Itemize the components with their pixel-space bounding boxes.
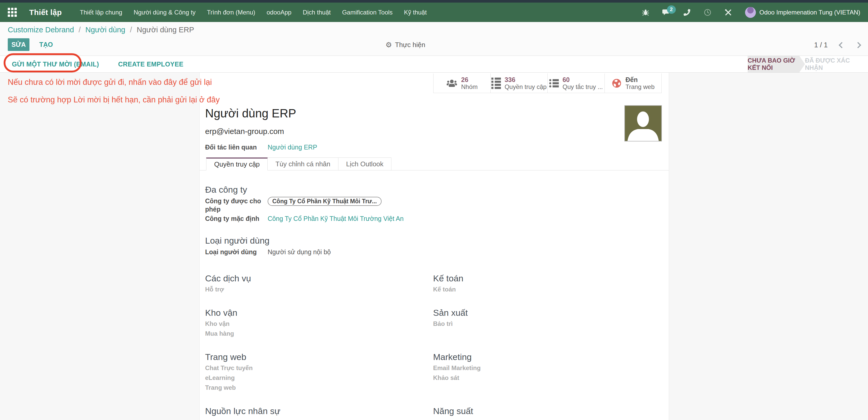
menu-gamification[interactable]: Gamification Tools xyxy=(342,9,393,16)
group-item: eLearning xyxy=(205,374,433,382)
navbar-menus: Thiết lập chung Người dùng & Công ty Trì… xyxy=(80,9,427,16)
edit-button[interactable]: SỬA xyxy=(8,38,29,51)
breadcrumb-customize-debrand[interactable]: Customize Debrand xyxy=(8,26,74,34)
breadcrumb-separator: / xyxy=(76,26,83,34)
menu-translation[interactable]: Dịch thuật xyxy=(303,9,331,16)
breadcrumb: Customize Debrand / Người dùng / Người d… xyxy=(8,26,194,34)
stat-button-groups[interactable]: 26 Nhóm xyxy=(433,74,490,93)
menu-general-settings[interactable]: Thiết lập chung xyxy=(80,9,122,16)
group-heading: Sản xuất xyxy=(433,308,661,318)
group-accounting: Kế toán Kế toán xyxy=(433,273,661,293)
pager-count: 1 / 1 xyxy=(814,41,828,49)
app-name[interactable]: Thiết lập xyxy=(29,8,62,17)
group-item: Bảo trì xyxy=(433,320,661,328)
annotation-line-1: Nếu chưa có lời mời được gửi đi, nhấn và… xyxy=(8,78,212,87)
group-item: Mua hàng xyxy=(205,330,433,337)
window-top-strip xyxy=(0,0,868,3)
annotation-line-2: Sẽ có trường hợp Lời mời bị hết hạn, cần… xyxy=(8,95,220,105)
bug-icon[interactable] xyxy=(642,8,649,16)
menu-technical[interactable]: Kỹ thuật xyxy=(404,9,427,16)
control-panel: Customize Debrand / Người dùng / Người d… xyxy=(0,22,868,56)
pager: 1 / 1 xyxy=(814,41,860,49)
notebook-tabs: Quyền truy cập Tùy chỉnh cá nhân Lịch Ou… xyxy=(200,158,669,170)
group-item: Kho vận xyxy=(205,320,433,328)
activities-clock-icon[interactable] xyxy=(704,8,711,16)
menu-menu[interactable]: Trình đơn (Menu) xyxy=(207,9,255,16)
stat-rules-value: 60 xyxy=(562,76,603,83)
group-item: Hỗ trợ xyxy=(205,285,433,293)
group-services: Các dịch vụ Hỗ trợ xyxy=(205,273,433,293)
breadcrumb-separator: / xyxy=(127,26,134,34)
user-menu[interactable]: Odoo Implemenation Tung (VIETAN) xyxy=(745,7,860,18)
globe-icon xyxy=(612,78,622,88)
group-inventory: Kho vận Kho vận Mua hàng xyxy=(205,308,433,337)
breadcrumb-current: Người dùng ERP xyxy=(137,26,194,34)
allowed-companies-field: Công ty được cho phép Công Ty Cổ Phần Kỹ… xyxy=(205,197,669,213)
action-menu-button[interactable]: ⚙ Thực hiện xyxy=(385,40,425,49)
stage-widget: CHƯA BAO GIỜ KẾT NỐI ĐÃ ĐƯỢC XÁC NHẬN xyxy=(748,56,865,73)
user-type-label: Loại người dùng xyxy=(205,248,268,256)
create-button[interactable]: TẠO xyxy=(39,41,53,48)
systray: 2 xyxy=(642,7,860,18)
user-type-value: Người sử dụng nội bộ xyxy=(268,248,331,256)
stage-never-connected[interactable]: CHƯA BAO GIỜ KẾT NỐI xyxy=(748,56,805,73)
tab-outlook-calendar[interactable]: Lịch Outlook xyxy=(338,158,392,170)
main-navbar: Thiết lập Thiết lập chung Người dùng & C… xyxy=(0,3,868,22)
group-website: Trang web Chat Trực tuyến eLearning Tran… xyxy=(205,352,433,392)
send-invitation-button[interactable]: GỬI MỘT THƯ MỜI (EMAIL) xyxy=(12,60,99,68)
stat-button-row: 26 Nhóm 336 Quyền truy cập xyxy=(433,74,661,93)
apps-grid-icon[interactable] xyxy=(8,8,17,17)
related-partner-label: Đối tác liên quan xyxy=(205,143,268,151)
messages-icon[interactable]: 2 xyxy=(662,8,670,16)
stage-confirmed[interactable]: ĐÃ ĐƯỢC XÁC NHẬN xyxy=(805,56,865,73)
user-type-field: Loại người dùng Người sử dụng nội bộ xyxy=(205,248,669,256)
breadcrumb-users[interactable]: Người dùng xyxy=(85,26,125,34)
access-groups-grid: Các dịch vụ Hỗ trợ Kế toán Kế toán Kho v… xyxy=(205,273,661,416)
stat-rules-label: Quy tắc truy ... xyxy=(562,83,603,90)
form-statusbar: GỬI MỘT THƯ MỜI (EMAIL) CREATE EMPLOYEE … xyxy=(0,56,868,73)
group-manufacturing: Sản xuất Bảo trì xyxy=(433,308,661,337)
group-productivity: Năng suất xyxy=(433,406,661,416)
record-email: erp@vietan-group.com xyxy=(205,127,669,136)
action-menu-label: Thực hiện xyxy=(395,41,425,49)
default-company-link[interactable]: Công Ty Cổ Phần Kỹ Thuật Môi Trường Việt… xyxy=(268,215,404,223)
group-human-resources: Nguồn lực nhân sự xyxy=(205,406,433,416)
group-item: Trang web xyxy=(205,384,433,392)
record-title: Người dùng ERP xyxy=(205,106,669,120)
multi-company-heading: Đa công ty xyxy=(205,185,669,195)
tab-access-rights[interactable]: Quyền truy cập xyxy=(206,158,268,170)
menu-users-companies[interactable]: Người dùng & Công ty xyxy=(133,9,195,16)
related-partner-field: Đối tác liên quan Người dùng ERP xyxy=(205,143,669,151)
stat-button-record-rules[interactable]: 60 Quy tắc truy ... xyxy=(548,74,604,93)
tab-preferences[interactable]: Tùy chỉnh cá nhân xyxy=(268,158,338,170)
menu-odooapp[interactable]: odooApp xyxy=(267,9,291,16)
stat-access-value: 336 xyxy=(504,76,547,83)
stat-website-label: Trang web xyxy=(625,83,655,90)
phone-icon[interactable] xyxy=(683,8,691,16)
list-icon xyxy=(491,78,501,89)
group-heading: Marketing xyxy=(433,352,661,362)
default-company-field: Công ty mặc định Công Ty Cổ Phần Kỹ Thuậ… xyxy=(205,215,669,223)
group-heading: Các dịch vụ xyxy=(205,273,433,283)
related-partner-link[interactable]: Người dùng ERP xyxy=(268,143,317,151)
user-type-heading: Loại người dùng xyxy=(205,235,669,246)
pager-previous-icon[interactable] xyxy=(839,42,845,48)
stat-button-access-rights[interactable]: 336 Quyền truy cập xyxy=(490,74,548,93)
group-heading: Kho vận xyxy=(205,308,433,318)
odoo-settings-user-page: Thiết lập Thiết lập chung Người dùng & C… xyxy=(0,0,868,420)
stat-groups-value: 26 xyxy=(461,76,478,83)
users-icon xyxy=(446,79,458,87)
messages-count-badge: 2 xyxy=(667,5,676,14)
stat-button-website[interactable]: Đến Trang web xyxy=(604,74,661,93)
create-employee-button[interactable]: CREATE EMPLOYEE xyxy=(118,60,183,68)
group-heading: Kế toán xyxy=(433,273,661,283)
default-company-label: Công ty mặc định xyxy=(205,215,268,223)
gear-icon: ⚙ xyxy=(385,40,392,49)
group-item: Chat Trực tuyến xyxy=(205,364,433,372)
tools-icon[interactable] xyxy=(724,8,732,16)
stat-groups-label: Nhóm xyxy=(461,83,478,90)
group-heading: Trang web xyxy=(205,352,433,362)
allowed-companies-label: Công ty được cho phép xyxy=(205,197,268,213)
pager-next-icon[interactable] xyxy=(855,42,861,48)
stat-website-value: Đến xyxy=(625,76,655,83)
